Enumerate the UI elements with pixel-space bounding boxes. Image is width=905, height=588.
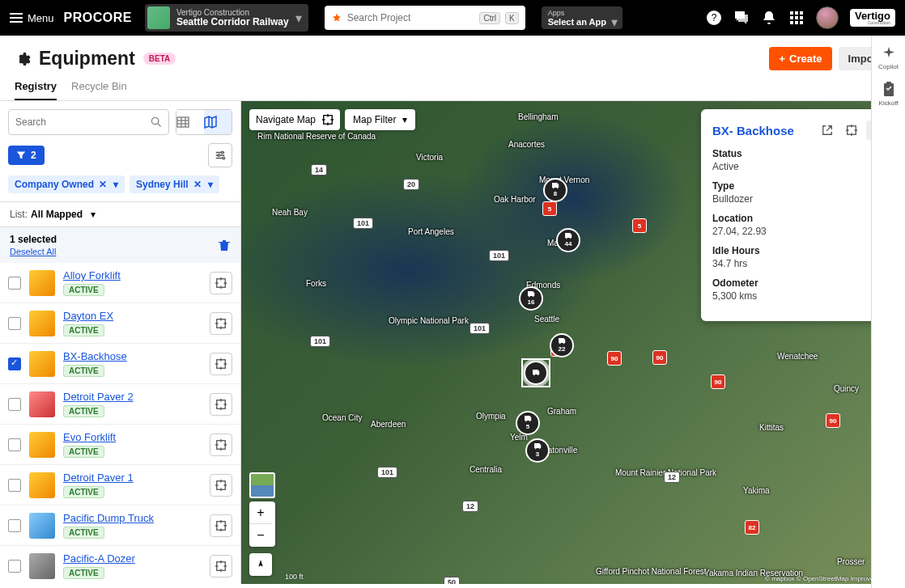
- equipment-item: BX-Backhose ACTIVE: [0, 344, 240, 384]
- project-text: Vertigo Construction Seattle Corridor Ra…: [176, 8, 289, 27]
- help-icon[interactable]: ?: [706, 10, 722, 26]
- locate-button[interactable]: [210, 393, 232, 416]
- equipment-checkbox[interactable]: [8, 479, 21, 492]
- rail-copilot[interactable]: Copilot: [878, 45, 899, 70]
- chevron-down-icon[interactable]: ▾: [112, 179, 120, 190]
- equipment-checkbox[interactable]: [8, 357, 21, 370]
- apps-grid-icon[interactable]: [788, 10, 805, 26]
- filter-pills: Company Owned✕▾Sydney Hill✕▾: [0, 176, 240, 201]
- equipment-name-link[interactable]: Dayton EX: [63, 310, 202, 322]
- equipment-checkbox[interactable]: [8, 519, 21, 532]
- locate-button[interactable]: [210, 434, 232, 456]
- map-marker[interactable]: ⛟: [524, 361, 548, 385]
- detail-header: BX- Backhose: [712, 121, 886, 140]
- view-table-button[interactable]: [176, 110, 204, 134]
- map-filter-button[interactable]: Map Filter ▾: [345, 109, 415, 130]
- map-controls-top-left: Navigate Map Map Filter ▾: [249, 109, 415, 130]
- compass-button[interactable]: [249, 553, 272, 576]
- locate-button[interactable]: [210, 514, 232, 537]
- equipment-checkbox[interactable]: [8, 560, 21, 573]
- selected-count: 1 selected: [10, 234, 57, 245]
- interstate-badge: 82: [745, 520, 759, 535]
- gear-icon[interactable]: [15, 51, 31, 67]
- map-area[interactable]: BellinghamVictoriaAnacortesMount VernonO…: [241, 101, 905, 584]
- procore-logo[interactable]: PROCORE: [64, 11, 132, 25]
- locate-button[interactable]: [210, 353, 232, 375]
- equipment-info: BX-Backhose ACTIVE: [63, 350, 202, 377]
- deselect-all-link[interactable]: Deselect All: [10, 247, 57, 256]
- equipment-checkbox[interactable]: [8, 277, 21, 290]
- equipment-name-link[interactable]: Detroit Paver 1: [63, 472, 202, 484]
- equipment-name-link[interactable]: Detroit Paver 2: [63, 391, 202, 403]
- zoom-out-button[interactable]: −: [249, 524, 272, 547]
- chevron-down-icon: ▾: [295, 11, 302, 26]
- navigate-map-button[interactable]: Navigate Map: [249, 109, 340, 130]
- rail-kickoff[interactable]: Kickoff: [879, 82, 899, 107]
- search-project-input[interactable]: [347, 12, 475, 23]
- interstate-badge: 90: [652, 350, 667, 365]
- equipment-icon: ⛟: [552, 183, 559, 190]
- bell-icon[interactable]: [761, 10, 777, 26]
- project-selector[interactable]: Vertigo Construction Seattle Corridor Ra…: [145, 4, 308, 32]
- svg-rect-7: [800, 11, 803, 15]
- mini-map[interactable]: [249, 472, 275, 498]
- tab-recycle[interactable]: Recycle Bin: [71, 75, 127, 100]
- locate-button[interactable]: [210, 555, 232, 577]
- map-marker[interactable]: ⛟16: [519, 286, 543, 311]
- map-marker[interactable]: ⛟8: [543, 178, 567, 202]
- apps-selector[interactable]: Apps Select an App ▾: [542, 6, 622, 29]
- search-input[interactable]: [15, 116, 151, 128]
- filter-pill[interactable]: Company Owned✕▾: [8, 176, 125, 193]
- pill-remove-icon[interactable]: ✕: [192, 179, 203, 190]
- crosshair-icon: [215, 520, 227, 531]
- pill-remove-icon[interactable]: ✕: [97, 179, 108, 190]
- equipment-checkbox[interactable]: [8, 398, 21, 411]
- avatar[interactable]: [816, 6, 839, 29]
- zoom-control: + −: [249, 501, 275, 547]
- locate-button[interactable]: [210, 272, 232, 294]
- tab-registry[interactable]: Registry: [15, 75, 57, 100]
- locate-button[interactable]: [210, 474, 232, 497]
- equipment-thumb: [29, 391, 55, 417]
- map-marker[interactable]: ⛟44: [556, 228, 580, 252]
- search-project-box[interactable]: Ctrl K: [325, 6, 525, 30]
- menu-button[interactable]: Menu: [10, 11, 54, 24]
- filter-settings-button[interactable]: [208, 143, 232, 167]
- crosshair-icon: [215, 318, 227, 329]
- equipment-thumb: [29, 553, 55, 579]
- menu-label: Menu: [28, 12, 54, 24]
- plus-icon: +: [779, 53, 785, 65]
- crosshair-icon: [215, 439, 227, 451]
- zoom-in-button[interactable]: +: [249, 501, 272, 524]
- create-button[interactable]: + Create: [769, 47, 831, 70]
- search-box[interactable]: [8, 109, 169, 135]
- locate-button[interactable]: [842, 121, 861, 140]
- map-marker[interactable]: ⛟3: [525, 438, 550, 463]
- chevron-down-icon[interactable]: ▾: [206, 179, 215, 190]
- map-marker[interactable]: ⛟5: [516, 411, 540, 435]
- trash-icon[interactable]: [218, 239, 231, 252]
- scale-label: 100 ft: [285, 573, 304, 581]
- interstate-badge: 90: [711, 374, 725, 389]
- equipment-checkbox[interactable]: [8, 317, 21, 330]
- equipment-name-link[interactable]: BX-Backhose: [63, 350, 202, 362]
- equipment-name-link[interactable]: Pacific Dump Truck: [63, 512, 202, 524]
- vertigo-logo[interactable]: Vertigo Construction: [850, 9, 895, 27]
- locate-button[interactable]: [210, 312, 232, 335]
- equipment-name-link[interactable]: Alloy Forklift: [63, 269, 202, 281]
- open-external-button[interactable]: [818, 121, 837, 140]
- equipment-info: Pacific-A Dozer ACTIVE: [63, 552, 202, 579]
- filter-pill[interactable]: Sydney Hill✕▾: [130, 176, 219, 193]
- svg-rect-10: [800, 16, 803, 19]
- view-map-button[interactable]: [204, 110, 232, 134]
- equipment-name-link[interactable]: Evo Forklift: [63, 431, 202, 443]
- map-marker[interactable]: ⛟22: [550, 333, 574, 357]
- equipment-name-link[interactable]: Pacific-A Dozer: [63, 552, 202, 565]
- filter-count-chip[interactable]: 2: [8, 146, 45, 165]
- equipment-info: Detroit Paver 2 ACTIVE: [63, 391, 202, 417]
- list-dropdown[interactable]: List: All Mapped ▾: [0, 201, 240, 227]
- detail-title[interactable]: BX- Backhose: [712, 124, 813, 137]
- chat-icon[interactable]: [733, 10, 750, 26]
- field-idle-hours: Idle Hours34.7 hrs: [712, 245, 886, 269]
- equipment-checkbox[interactable]: [8, 438, 21, 451]
